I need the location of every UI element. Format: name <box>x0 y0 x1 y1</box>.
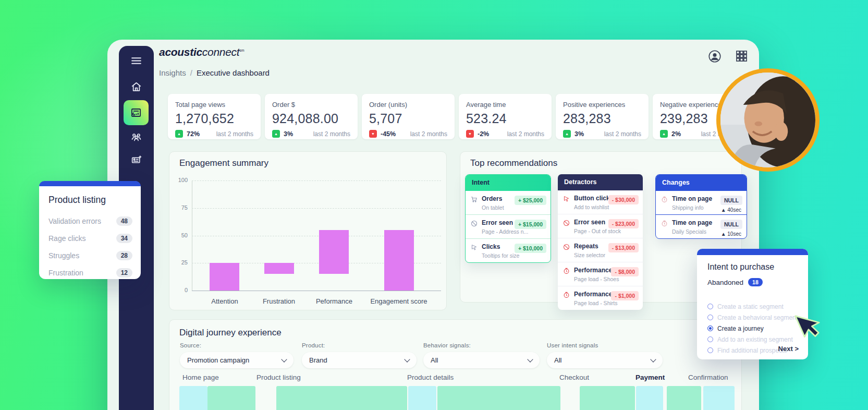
dashboard-icon-active[interactable] <box>124 100 149 125</box>
trend-down-icon: ▼ <box>466 130 474 138</box>
logo-secondary: connect <box>202 46 239 58</box>
kpi-footer: ▲3%last 2 months <box>272 130 350 138</box>
kpi-period: last 2 months <box>216 130 253 138</box>
list-item: Rage clicks34 <box>48 230 132 247</box>
chart-x-axis <box>192 291 441 291</box>
kpi-title: Total page views <box>175 101 253 108</box>
journey-filter: Source:Promotion campaign <box>180 342 294 368</box>
radio-option[interactable]: Create a static segment <box>707 301 798 312</box>
kpi-footer: ▲3%last 2 months <box>563 130 641 138</box>
recommendation-value: + $15,000 <box>515 220 546 229</box>
recommendation-value: NULL <box>720 196 742 205</box>
radio-option-label: Find additional prospects <box>717 347 787 354</box>
recommendation-label: Button click <box>574 195 610 202</box>
kpi-card: Order $924,088.00▲3%last 2 months <box>265 94 358 139</box>
recommendation-text: Time on pageShipping info <box>672 195 712 211</box>
list-item-count: 28 <box>116 251 132 260</box>
filter-dropdown[interactable]: Promotion campaign <box>180 352 294 368</box>
dropdown-value: All <box>554 356 561 364</box>
journey-filter: User intent signalsAll <box>547 342 663 368</box>
breadcrumb: Insights/Executive dashboard <box>159 68 270 77</box>
radio-icon[interactable] <box>707 304 713 309</box>
kpi-delta: -2% <box>478 130 489 138</box>
journey-segment-green <box>207 386 255 410</box>
apps-grid-icon[interactable] <box>735 49 749 64</box>
clock-icon <box>661 196 668 211</box>
chart-tick-label: 0 <box>172 287 188 293</box>
chart-gridline <box>192 208 441 209</box>
breadcrumb-page: Executive dashboard <box>197 68 270 77</box>
recommendation-column-changes: ChangesTime on pageShipping infoNULL▲ 40… <box>655 174 747 239</box>
breadcrumb-section[interactable]: Insights <box>159 68 186 77</box>
digital-journey-title: Digital journey experience <box>179 328 282 338</box>
list-item-count: 12 <box>116 268 132 278</box>
column-header: Detractors <box>558 174 643 190</box>
radio-option-label: Create a behavioral segment <box>717 314 798 321</box>
product-listing-title: Product listing <box>48 195 141 206</box>
list-item-label: Struggles <box>48 251 79 260</box>
next-button[interactable]: Next > <box>778 345 799 353</box>
recommendation-item: Button clickAdd to wishlist- $30,000 <box>558 190 643 214</box>
cursor-icon <box>471 244 478 259</box>
user-avatar-icon[interactable] <box>707 49 722 64</box>
recommendation-sublabel: Daily Specials <box>672 228 712 235</box>
recommendation-label: Orders <box>482 195 504 202</box>
kpi-title: Positive experiences <box>563 101 641 108</box>
chart-gridline <box>192 180 441 181</box>
recommendation-item: Time on pageDaily SpecialsNULL▲ 10sec <box>656 214 747 238</box>
menu-icon[interactable] <box>130 54 143 67</box>
block-icon <box>563 243 570 258</box>
recommendation-label: Repeats <box>574 243 605 250</box>
block-icon <box>471 220 478 235</box>
filter-dropdown[interactable]: All <box>423 352 540 368</box>
filter-label: Behavior signals: <box>423 342 540 348</box>
radio-icon[interactable] <box>707 325 713 331</box>
home-icon[interactable] <box>130 80 143 93</box>
trend-up-icon: ▲ <box>272 130 280 138</box>
recommendation-value: + $25,000 <box>515 196 546 205</box>
audience-icon[interactable] <box>130 130 143 143</box>
radio-option[interactable]: Create a behavioral segment <box>707 312 798 323</box>
recommendation-item: PerformancePage load - Shirts- $1,000 <box>558 286 643 310</box>
recommendation-item: RepeatsSize selector- $13,000 <box>558 238 643 262</box>
recommendation-label: Clicks <box>482 243 519 250</box>
chart-tick-label: 25 <box>172 259 188 266</box>
radio-option[interactable]: Add to an existing segment <box>707 334 798 345</box>
chevron-down-icon <box>404 356 410 362</box>
clock-icon <box>563 291 570 306</box>
list-item: Struggles28 <box>48 247 132 264</box>
kpi-card: Average time523.24▼-2%last 2 months <box>459 94 552 139</box>
chart-bar <box>384 230 414 291</box>
journey-stage-label: Payment <box>635 373 665 381</box>
recommendation-value: - $1,000 <box>611 291 639 300</box>
radio-option[interactable]: Create a journey <box>707 323 798 334</box>
recommendation-delta: ▲ 40sec <box>721 207 741 213</box>
recommendation-sublabel: Tooltips for size <box>482 252 519 259</box>
recommendation-value: - $23,000 <box>608 219 639 228</box>
kpi-title: Order (units) <box>369 101 447 108</box>
radio-icon[interactable] <box>707 315 713 320</box>
kpi-delta: -45% <box>381 130 396 138</box>
recommendation-item: Time on pageShipping infoNULL▲ 40sec <box>656 191 747 214</box>
kpi-card-row: Total page views1,270,652▲72%last 2 mont… <box>168 94 745 139</box>
journey-segment-cyan <box>408 386 436 410</box>
kpi-value: 283,283 <box>563 111 641 126</box>
chart-category-label: Attention <box>211 297 238 305</box>
filter-dropdown[interactable]: All <box>547 352 663 368</box>
logo-primary: acoustic <box>159 46 202 58</box>
filter-label: Product: <box>302 342 417 348</box>
engagement-bar-chart: 0255075100AttentionFrustrationPeformance… <box>192 180 441 291</box>
chevron-down-icon <box>527 356 533 362</box>
column-header: Intent <box>466 175 551 191</box>
campaign-icon[interactable] <box>130 153 143 166</box>
radio-icon[interactable] <box>707 336 713 342</box>
recommendation-column-detractors: DetractorsButton clickAdd to wishlist- $… <box>558 174 643 310</box>
journey-stage-label: Checkout <box>559 373 589 381</box>
kpi-delta: 72% <box>187 130 200 138</box>
filter-dropdown[interactable]: Brand <box>302 352 417 368</box>
clock-icon <box>661 220 668 235</box>
journey-stage-label: Home page <box>182 373 219 381</box>
cart-icon <box>471 196 478 211</box>
radio-icon[interactable] <box>707 347 713 353</box>
chart-bar <box>319 230 349 274</box>
